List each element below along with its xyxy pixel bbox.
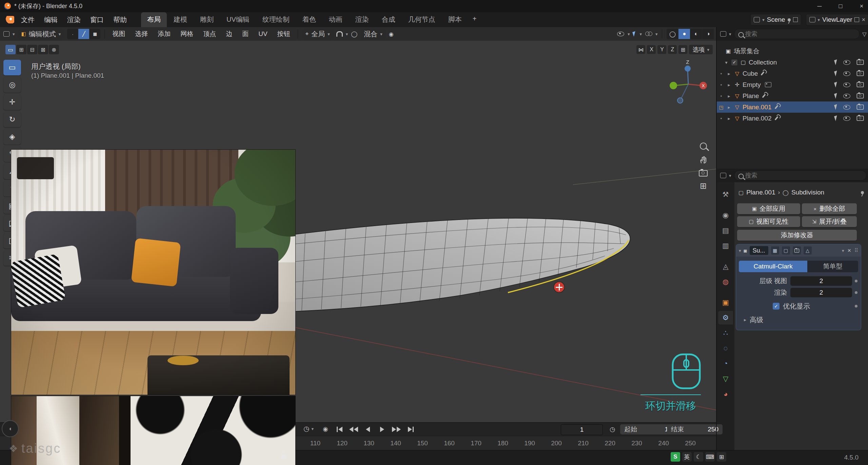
tab-tool[interactable]: ⚒: [718, 188, 733, 201]
menu-render[interactable]: 渲染: [62, 14, 85, 26]
tab-constraints[interactable]: ◔: [718, 357, 733, 370]
chevron-down-icon[interactable]: ▾: [655, 32, 658, 36]
scene-browse-icon[interactable]: [754, 17, 760, 22]
levels-value-field[interactable]: 2: [790, 276, 852, 286]
select-invert-icon[interactable]: ⊠: [38, 45, 48, 54]
expander-icon[interactable]: ▸: [726, 82, 732, 88]
scene-name[interactable]: Scene: [767, 16, 785, 23]
expander-icon[interactable]: ▸: [726, 116, 732, 121]
tab-output[interactable]: ▤: [718, 224, 733, 237]
jump-to-start-button[interactable]: [333, 424, 346, 434]
scene-selector[interactable]: ▾ Scene: [750, 14, 801, 25]
animate-dot-icon[interactable]: [855, 291, 857, 294]
prev-keyframe-button[interactable]: [347, 424, 360, 434]
rotate-tool[interactable]: ↻: [3, 112, 21, 127]
selectable-icon[interactable]: [834, 115, 839, 121]
outliner-row-plane[interactable]: • ▸ ▽ Plane: [717, 90, 868, 101]
modifier-name-field[interactable]: Su...: [750, 246, 768, 255]
tab-rendering[interactable]: 渲染: [349, 12, 375, 27]
delete-all-button[interactable]: × 删除全部: [802, 203, 857, 214]
render-toggle-icon[interactable]: [793, 246, 801, 255]
hide-eye-icon[interactable]: [843, 105, 850, 110]
snap-extra-icon[interactable]: ⊞: [678, 45, 687, 54]
drag-handle-icon[interactable]: ⠿: [854, 247, 858, 254]
menu-window[interactable]: 窗口: [85, 14, 108, 26]
tab-layout[interactable]: 布局: [141, 12, 167, 27]
edge-select-button[interactable]: ╱: [78, 29, 89, 39]
symmetry-icon[interactable]: ⋈: [636, 45, 645, 54]
menu-help[interactable]: 帮助: [108, 14, 132, 26]
hide-eye-icon[interactable]: [843, 71, 850, 76]
current-frame-field[interactable]: 1: [561, 424, 603, 435]
modifier-panel-header[interactable]: ▾ ◙ Su... ▦ ▢ △ ▾ × ⠿: [736, 244, 861, 257]
frame-start-field[interactable]: 起始 1: [620, 424, 672, 434]
tab-uv-editing[interactable]: UV编辑: [220, 12, 256, 27]
chevron-down-icon[interactable]: ▾: [762, 18, 765, 22]
viewlayer-selector[interactable]: ▾ ViewLayer ×: [806, 14, 868, 25]
menu-edge[interactable]: 边: [222, 28, 236, 40]
hide-eye-icon[interactable]: [843, 82, 850, 87]
tab-object-data[interactable]: ▽: [718, 372, 733, 386]
lock-icon[interactable]: [281, 455, 287, 459]
mode-dropdown[interactable]: ◧ 编辑模式 ▾: [18, 29, 64, 39]
timeline-editor-icon[interactable]: ◷ ▾: [303, 425, 314, 433]
advanced-section-row[interactable]: ▸ 高级: [736, 314, 861, 325]
properties-search-input[interactable]: [734, 170, 867, 181]
move-tool[interactable]: ✛: [3, 94, 21, 110]
tab-object[interactable]: ▣: [718, 296, 733, 309]
mirror-y-toggle[interactable]: Y: [657, 45, 666, 54]
selectable-icon[interactable]: [834, 71, 839, 76]
vertex-select-button[interactable]: ∙: [67, 29, 78, 39]
navigation-gizmo[interactable]: Z X: [662, 57, 713, 108]
solid-shading-button[interactable]: ●: [678, 29, 690, 39]
selectable-icon[interactable]: [834, 104, 839, 110]
catmull-clark-button[interactable]: Catmull-Clark: [739, 261, 807, 272]
menu-extra[interactable]: 按钮: [274, 28, 294, 40]
tab-view-layer[interactable]: ▥: [718, 239, 733, 253]
selectable-icon[interactable]: [834, 59, 839, 65]
zoom-icon[interactable]: [700, 143, 707, 150]
play-button[interactable]: [376, 424, 389, 434]
breadcrumb-modifier[interactable]: Subdivision: [791, 189, 824, 196]
expander-icon[interactable]: ▸: [726, 93, 732, 99]
pin-icon[interactable]: [788, 18, 791, 21]
mesh-surface[interactable]: [290, 218, 630, 312]
tab-shading[interactable]: 着色: [296, 12, 322, 27]
falloff-shape-icon[interactable]: ◉: [389, 31, 394, 37]
tab-physics[interactable]: ◌: [718, 341, 733, 355]
snap-magnet-icon[interactable]: [336, 31, 343, 37]
viewport-visibility-button[interactable]: ▢ 视图可见性: [737, 216, 800, 227]
panel-divider[interactable]: [716, 27, 717, 450]
select-new-icon[interactable]: ▭: [5, 45, 16, 54]
chevron-down-icon[interactable]: ▾: [13, 32, 15, 36]
tab-particles[interactable]: ∴: [718, 326, 733, 340]
render-value-field[interactable]: 2: [790, 288, 852, 297]
tab-scene[interactable]: ◬: [718, 260, 733, 273]
rendered-shading-button[interactable]: ◑: [702, 29, 714, 39]
tab-material[interactable]: ◕: [718, 387, 733, 401]
select-extend-icon[interactable]: ⊞: [16, 45, 26, 54]
overlays-toggle-icon[interactable]: [645, 32, 652, 36]
selectable-icon[interactable]: [834, 82, 839, 88]
new-viewlayer-icon[interactable]: [854, 17, 859, 22]
maximize-button[interactable]: □: [830, 0, 851, 12]
chevron-down-icon[interactable]: ▾: [346, 32, 348, 36]
remove-viewlayer-icon[interactable]: ×: [862, 16, 865, 23]
new-scene-icon[interactable]: [793, 17, 798, 22]
options-dropdown[interactable]: 选项 ▾: [689, 45, 713, 54]
hide-eye-icon[interactable]: [843, 116, 850, 121]
cage-toggle-icon[interactable]: △: [804, 246, 812, 255]
render-visibility-icon[interactable]: [857, 105, 864, 110]
select-box-tool[interactable]: ▭: [3, 60, 21, 75]
pan-hand-icon[interactable]: [698, 155, 708, 165]
chevron-down-icon[interactable]: ▾: [729, 32, 731, 36]
outliner-row-empty[interactable]: • ▸ ✛ Empty: [717, 79, 868, 90]
wps-taskbar-icon[interactable]: S: [671, 452, 680, 462]
menu-face[interactable]: 面: [239, 28, 252, 40]
jump-to-end-button[interactable]: [404, 424, 417, 434]
render-visibility-icon[interactable]: [857, 116, 864, 121]
selectable-icon[interactable]: [834, 93, 839, 99]
tab-modifiers[interactable]: ⚙: [718, 311, 733, 324]
collapse-icon[interactable]: ▾: [739, 248, 741, 253]
realtime-toggle-icon[interactable]: ▢: [782, 246, 790, 255]
